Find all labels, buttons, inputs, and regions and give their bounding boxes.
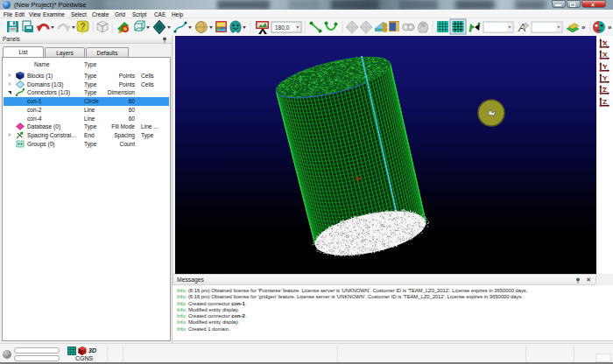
svg-text:180,0: 180,0 xyxy=(275,24,290,31)
svg-text:+: + xyxy=(602,62,604,67)
svg-text:+: + xyxy=(602,85,604,90)
svg-text:»: » xyxy=(608,24,612,32)
svg-text:+: + xyxy=(602,38,604,44)
svg-text:-: - xyxy=(602,74,603,79)
svg-text:»: » xyxy=(581,24,586,32)
svg-text:?: ? xyxy=(80,22,85,32)
svg-text:-: - xyxy=(602,50,603,55)
svg-text:-: - xyxy=(602,97,603,102)
